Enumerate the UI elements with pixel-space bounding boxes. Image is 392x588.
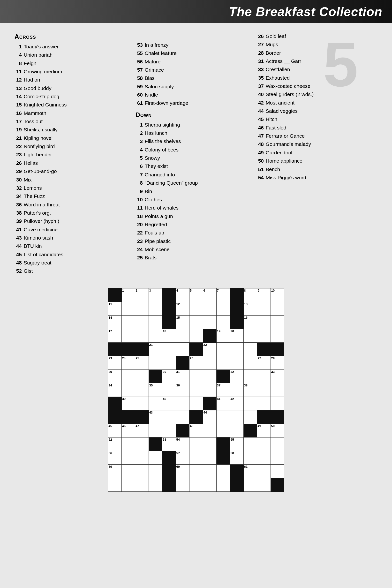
cell-number: 41 xyxy=(217,397,220,400)
clue-number: 55 xyxy=(136,50,145,56)
clue-item: 60Is idle xyxy=(136,92,249,98)
clue-text: Has lunch xyxy=(145,130,249,136)
grid-cell xyxy=(257,383,270,396)
grid-cell xyxy=(135,315,148,329)
clue-text: Brats xyxy=(145,254,249,261)
clue-number: 41 xyxy=(14,226,24,233)
cell-number: 10 xyxy=(271,289,275,292)
grid-cell xyxy=(148,424,162,437)
grid-cell xyxy=(108,288,122,302)
grid-cell: 56 xyxy=(108,451,122,464)
cell-number: 50 xyxy=(271,424,275,428)
grid-cell: 37 xyxy=(216,383,230,396)
clue-text: Grimace xyxy=(145,66,249,73)
clue-number: 14 xyxy=(14,93,24,100)
clue-text: “Dancing Queen” group xyxy=(145,180,249,186)
grid-cell xyxy=(162,342,176,356)
cell-number: 27 xyxy=(258,357,261,360)
clue-text: Hitch xyxy=(266,116,370,123)
grid-cell xyxy=(135,396,148,410)
grid-cell xyxy=(108,478,122,492)
grid-cell xyxy=(189,383,203,396)
clue-item: 54Miss Piggy's word xyxy=(256,174,370,181)
grid-cell: 53 xyxy=(162,437,176,451)
clue-number: 6 xyxy=(136,163,145,170)
clue-number: 54 xyxy=(256,174,266,181)
grid-cell xyxy=(135,383,148,396)
grid-cell xyxy=(176,329,189,342)
clue-text: Feign xyxy=(24,60,128,67)
clue-number: 56 xyxy=(136,58,145,65)
clue-number: 26 xyxy=(256,33,266,40)
clue-item: 23Pipe plastic xyxy=(136,238,249,245)
grid-cell xyxy=(135,342,148,356)
grid-cell xyxy=(148,451,162,464)
grid-cell xyxy=(257,302,270,315)
grid-cell xyxy=(176,424,189,437)
grid-cell xyxy=(148,464,162,478)
clue-number: 25 xyxy=(136,254,145,261)
grid-cell xyxy=(257,396,270,410)
clue-number: 32 xyxy=(14,185,24,192)
cell-number: 56 xyxy=(109,452,112,455)
cell-number: 35 xyxy=(149,384,153,387)
clue-text: Word in a threat xyxy=(24,201,128,208)
clue-item: 10Clothes xyxy=(136,196,249,203)
clue-number: 31 xyxy=(256,58,266,64)
cell-number: 26 xyxy=(190,357,193,360)
grid-cell xyxy=(270,478,284,492)
cell-number: 21 xyxy=(149,343,153,346)
clue-number: 34 xyxy=(14,193,24,200)
cell-number: 57 xyxy=(176,452,180,455)
crossword-grid: 1234567891011121314151617181920212223242… xyxy=(108,288,284,492)
grid-cell xyxy=(148,396,162,410)
clue-number: 7 xyxy=(136,171,145,178)
grid-cell xyxy=(216,424,230,437)
grid-cell xyxy=(230,410,244,424)
clue-number: 20 xyxy=(136,221,145,228)
clue-item: 49Garden tool xyxy=(256,149,370,156)
page-header: The Breakfast Collection xyxy=(0,0,392,23)
clue-text: The Fuzz xyxy=(24,193,128,200)
cell-number: 39 xyxy=(122,397,126,400)
clue-text: Bench xyxy=(266,166,370,173)
grid-cell: 19 xyxy=(216,329,230,342)
grid-cell xyxy=(203,329,216,342)
clue-item: 3Fills the shelves xyxy=(136,138,249,145)
clue-text: Points a gun xyxy=(145,213,249,220)
grid-cell xyxy=(216,315,230,329)
clue-text: Gave medicine xyxy=(24,226,128,233)
grid-cell: 61 xyxy=(244,464,257,478)
grid-cell xyxy=(135,302,148,315)
cell-number: 58 xyxy=(230,452,234,455)
clue-number: 61 xyxy=(136,100,145,106)
clue-number: 35 xyxy=(256,74,266,81)
grid-cell xyxy=(176,478,189,492)
grid-cell: 30 xyxy=(162,370,176,383)
clue-text: Lemons xyxy=(24,185,128,192)
grid-cell xyxy=(135,451,148,464)
grid-cell: 3 xyxy=(148,288,162,302)
grid-cell xyxy=(148,302,162,315)
grid-cell xyxy=(148,437,162,451)
cell-number: 11 xyxy=(109,302,112,306)
grid-cell xyxy=(122,464,135,478)
grid-cell: 59 xyxy=(108,464,122,478)
cell-number: 3 xyxy=(149,289,151,292)
clue-item: 43Kimono sash xyxy=(14,234,128,241)
clue-number: 26 xyxy=(14,160,24,166)
clue-item: 39Pullover (hyph.) xyxy=(14,218,128,224)
grid-cell xyxy=(230,356,244,370)
clue-text: Chalet feature xyxy=(145,50,249,56)
clue-item: 36Word in a threat xyxy=(14,201,128,208)
clue-number: 60 xyxy=(136,92,145,98)
grid-cell xyxy=(189,370,203,383)
clue-item: 26Hellas xyxy=(14,160,128,166)
clue-text: First-down yardage xyxy=(145,100,249,106)
clue-item: 23Light bender xyxy=(14,151,128,158)
clue-number: 5 xyxy=(136,154,145,162)
grid-cell xyxy=(176,410,189,424)
clue-item: 6They exist xyxy=(136,163,249,170)
grid-cell xyxy=(230,424,244,437)
grid-cell xyxy=(203,478,216,492)
